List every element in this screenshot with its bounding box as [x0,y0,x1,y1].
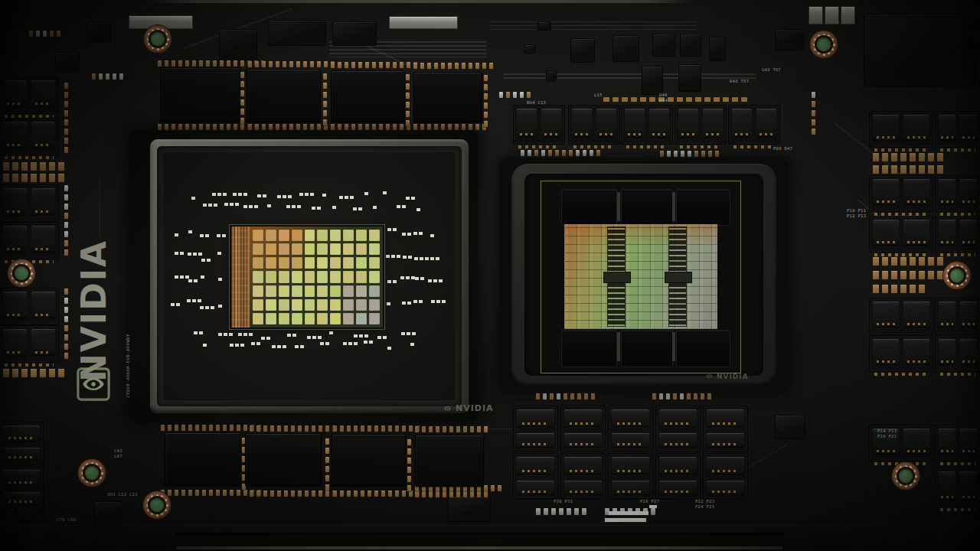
solder-pad-row [680,145,721,148]
inductor-cell [960,220,977,246]
power-inductor-block [656,454,700,498]
capacitor [192,124,196,130]
via-dot [157,28,159,31]
capacitor [409,425,413,432]
capacitor [910,165,916,174]
cpu-core-tile [253,230,263,241]
mounting-hole [8,259,35,287]
grace-nvidia-logo: NVIDIA [443,403,494,413]
decoupling-capacitor [191,197,195,200]
decoupling-capacitor [358,207,362,210]
cpu-core-tile [356,257,367,269]
capacitor [477,426,481,432]
capacitor [429,426,433,432]
capacitor [590,150,593,156]
via-dot [965,269,967,272]
power-inductor-block [609,454,652,498]
capacitor [240,109,244,115]
decoupling-capacitor [411,197,415,200]
decoupling-capacitor [229,333,233,336]
capacitor [318,491,322,497]
silkscreen-label: P24 P25 [695,504,714,509]
inductor-cell [3,470,40,486]
inductor-cell [939,220,956,246]
inductor-cell [756,109,776,138]
cpu-core-tile [292,230,302,241]
capacitor [406,93,410,99]
inductor-cell [31,80,55,107]
capacitor [49,162,55,171]
via-dot [81,472,83,474]
solder-pad-row [5,156,54,159]
pcb-trace [100,177,100,238]
decoupling-capacitor [387,280,391,283]
decoupling-capacitor [222,234,226,237]
power-inductor-block [936,112,980,147]
inductor-cell [564,457,602,474]
decoupling-capacitor [373,206,377,209]
decoupling-capacitor [217,252,221,255]
cpu-core-tile [253,285,263,297]
decoupling-capacitor [218,278,222,281]
inductor-cell [541,109,561,138]
capacitor [49,369,55,377]
via-dot [151,513,153,515]
capacitor [284,425,288,432]
inductor-cell [596,109,616,138]
capacitor [234,124,237,130]
via-dot [166,504,168,507]
cpu-core-tile [330,230,341,241]
capacitor [310,61,314,67]
capacitor [484,75,488,81]
capacitor [882,271,888,279]
pcb-board: NVIDIA NVIDIA NVIDIA 2Y80B-40A0H-E0D-A00… [0,0,980,551]
cpu-core-tile [279,299,289,311]
power-inductor-block [870,217,933,252]
decoupling-capacitor [266,337,270,340]
capacitor [283,124,286,130]
capacitor [677,97,683,102]
hbm-stack [621,189,673,226]
silkscreen-label: UH1 C22 C23 [107,492,138,497]
via-dot [100,467,102,469]
silkscreen-label: G48 T6F [762,67,781,72]
cpu-core-tile [305,285,315,297]
capacitor [469,63,472,69]
via-dot [961,283,963,285]
power-inductor-block [870,176,933,211]
capacitor [741,97,747,102]
memory-chip [245,433,322,486]
capacitor [318,425,322,432]
capacitor [36,31,40,37]
capacitor [873,285,879,293]
capacitor [181,490,185,496]
capacitor [333,491,337,497]
decoupling-capacitor [235,203,239,206]
via-dot [896,480,898,482]
cpu-core-tile [266,230,276,241]
capacitor [64,194,68,201]
via-dot [946,275,949,277]
decoupling-capacitor [295,345,299,348]
silkscreen-label: C78 C80 [57,517,76,522]
cpu-core-tile [330,285,341,297]
decoupling-capacitor [430,257,434,260]
decoupling-capacitor [230,203,234,206]
capacitor [381,425,385,432]
cpu-core-tile [305,271,315,282]
capacitor [333,425,337,432]
capacitor [361,491,364,497]
capacitor [64,222,68,228]
power-inductor-block [936,468,980,507]
hbm-spacer-tab [617,192,620,221]
capacitor [12,174,18,182]
decoupling-capacitor [187,299,191,302]
via-dot [162,47,164,49]
via-dot [831,38,834,41]
capacitor [937,271,943,279]
capacitor [175,425,178,431]
decoupling-capacitor [192,299,196,302]
inductor-cell [873,339,899,365]
capacitor [269,124,273,130]
inductor-cell [517,433,554,448]
